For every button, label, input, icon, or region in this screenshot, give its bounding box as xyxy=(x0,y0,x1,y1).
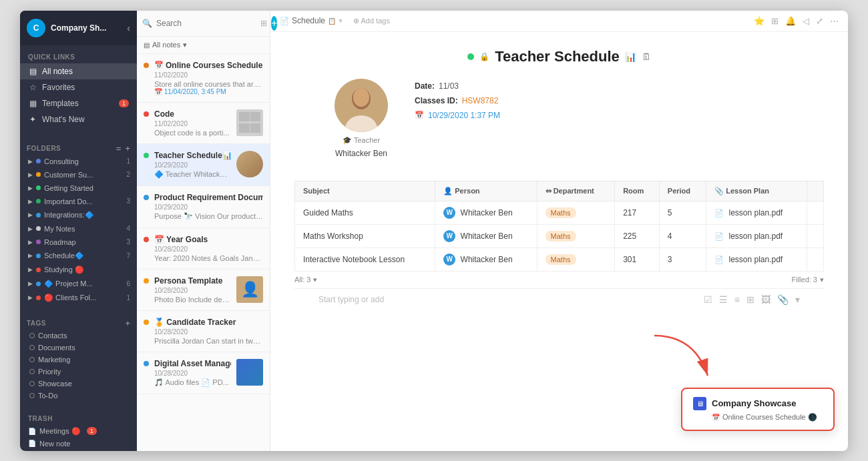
dept-badge-1: Maths xyxy=(546,231,576,242)
folder-consulting[interactable]: ▶ Consulting 1 xyxy=(20,155,137,168)
quick-links-title: Quick Links xyxy=(20,51,137,63)
cell-extra-2 xyxy=(807,248,824,271)
notes-header-dropdown[interactable]: ▾ xyxy=(183,41,187,49)
note-indicator-code xyxy=(144,111,149,117)
expand-icon[interactable]: ⤢ xyxy=(816,16,823,26)
tags-title: Tags xyxy=(27,320,46,327)
folder-customer-su[interactable]: ▶ Customer Su... 2 xyxy=(20,168,137,181)
note-title-product: Product Requirement Document xyxy=(154,193,263,202)
folder-label-schedule: Schedule🔷 xyxy=(44,252,123,260)
teacher-name: Whitacker Ben xyxy=(335,149,387,158)
editor-checkbox-icon[interactable]: ☑ xyxy=(704,294,712,305)
search-input[interactable] xyxy=(156,19,256,28)
tag-to-do[interactable]: To-Do xyxy=(20,390,137,402)
folder-dot-integrations xyxy=(36,213,41,217)
folder-count-project: 6 xyxy=(126,280,130,288)
collapse-icon[interactable]: ‹ xyxy=(127,23,130,33)
tag-circle-contacts xyxy=(29,333,35,338)
back-icon[interactable]: ◁ xyxy=(803,16,809,26)
note-item-teacher-schedule[interactable]: Teacher Schedule📊🗓 10/29/2020 🔷 Teacher … xyxy=(137,144,270,186)
note-date-online: 11/02/2020 xyxy=(154,71,263,79)
footer-filled-dropdown[interactable]: ▾ xyxy=(820,276,824,284)
trash-meetings[interactable]: 📄 Meetings 🔴 1 xyxy=(20,425,137,438)
note-item-year-goals[interactable]: 📅 Year Goals 10/28/2020 Year: 2020 Notes… xyxy=(137,228,270,270)
note-item-product-req[interactable]: Product Requirement Document 10/29/2020 … xyxy=(137,186,270,228)
workspace-header[interactable]: C Company Sh... ‹ xyxy=(20,11,137,45)
breadcrumb-sep: ▾ xyxy=(339,16,343,25)
teacher-avatar xyxy=(335,79,388,132)
tag-marketing[interactable]: Marketing xyxy=(20,354,137,366)
cell-room-1: 225 xyxy=(615,224,660,248)
note-preview-persona: Photo Bio Include des... xyxy=(154,296,231,304)
tag-label-contacts: Contacts xyxy=(38,332,67,340)
folder-dot-my-notes xyxy=(36,226,41,231)
trash-section: Trash 📄 Meetings 🔴 1 📄 New note 📄 New no… xyxy=(20,410,137,451)
popup-subtitle-text: Online Courses Schedule 🌑 xyxy=(722,413,817,422)
folder-important[interactable]: ▶ Important Do... 3 xyxy=(20,195,137,208)
note-content-teacher: Teacher Schedule📊🗓 10/29/2020 🔷 Teacher … xyxy=(154,151,231,179)
add-folder-icon[interactable]: = xyxy=(116,143,122,153)
tag-priority[interactable]: Priority xyxy=(20,366,137,378)
tag-circle-to-do xyxy=(29,393,35,398)
trash-new-note-1[interactable]: 📄 New note xyxy=(20,438,137,450)
editor-attach-icon[interactable]: 📎 xyxy=(777,294,789,305)
editor-table-icon[interactable]: ⊞ xyxy=(746,294,754,305)
footer-dropdown-icon[interactable]: ▾ xyxy=(313,276,317,284)
whats-new-label: What's New xyxy=(42,115,129,124)
folder-count-consulting: 1 xyxy=(126,157,130,165)
sidebar-item-templates[interactable]: ▦ Templates 1 xyxy=(20,95,137,111)
folder-dot-studying xyxy=(36,268,41,272)
note-content-year: 📅 Year Goals 10/28/2020 Year: 2020 Notes… xyxy=(154,235,263,262)
editor-placeholder[interactable]: Start typing or add xyxy=(318,295,697,304)
folders-title: Folders xyxy=(27,145,61,152)
folder-roadmap[interactable]: ▶ Roadmap 3 xyxy=(20,236,137,249)
breadcrumb-doc-icon: 📄 xyxy=(280,17,289,25)
notes-list-header[interactable]: ▤ All notes ▾ xyxy=(137,37,270,54)
tag-contacts[interactable]: Contacts xyxy=(20,330,137,342)
note-item-persona[interactable]: Persona Template 10/28/2020 Photo Bio In… xyxy=(137,270,270,311)
table-footer-filled: Filled: 3 ▾ xyxy=(791,276,824,284)
note-item-code[interactable]: Code 11/02/2020 Object code is a porti..… xyxy=(137,103,270,144)
thumb-cell xyxy=(239,123,250,133)
folder-studying[interactable]: ▶ Studying 🔴 xyxy=(20,263,137,277)
meta-classes-row: Classes ID: HSW8782 xyxy=(415,96,500,105)
folder-schedule[interactable]: ▶ Schedule🔷 7 xyxy=(20,249,137,263)
editor-list-icon[interactable]: ☰ xyxy=(719,294,728,305)
search-options-icon[interactable]: ⊞ xyxy=(260,19,267,28)
folder-integrations[interactable]: ▶ Integrations:🔷 xyxy=(20,208,137,222)
star-icon[interactable]: ⭐ xyxy=(754,16,765,26)
folder-arrow: ▶ xyxy=(28,280,33,287)
note-title-icon-cal: 🗓 xyxy=(642,51,651,62)
trash-title: Trash xyxy=(20,412,137,425)
note-item-candidate[interactable]: 🏅 Candidate Tracker 10/28/2020 Priscilla… xyxy=(137,311,270,352)
folder-project[interactable]: ▶ 🔷 Project M... 6 xyxy=(20,277,137,291)
folder-getting-started[interactable]: ▶ Getting Started xyxy=(20,181,137,195)
grid-icon[interactable]: ⊞ xyxy=(771,16,779,26)
folder-clients[interactable]: ▶ 🔴 Clients Fol... 1 xyxy=(20,291,137,305)
add-folder-plus[interactable]: + xyxy=(125,143,130,153)
cell-extra-0 xyxy=(807,201,824,224)
sidebar-item-favorites[interactable]: ☆ Favorites xyxy=(20,79,137,95)
schedule-table: Subject 👤 Person ⇔ Department Room Perio… xyxy=(294,181,824,272)
breadcrumb: 📄 Schedule 📋 ▾ xyxy=(280,16,343,25)
bell-icon[interactable]: 🔔 xyxy=(785,16,796,26)
note-preview-candidate: Priscilla Jordan Can start in two wee... xyxy=(154,337,263,345)
trash-new-note-2[interactable]: 📄 New note xyxy=(20,450,137,451)
more-icon[interactable]: ⋯ xyxy=(830,16,839,26)
sidebar-item-whats-new[interactable]: ✦ What's New xyxy=(20,111,137,127)
tag-showcase[interactable]: Showcase xyxy=(20,378,137,390)
note-thumbnail-teacher xyxy=(236,151,263,177)
tag-documents[interactable]: Documents xyxy=(20,342,137,354)
folder-my-notes[interactable]: ▶ My Notes 4 xyxy=(20,222,137,236)
tags-section: Tags + Contacts Documents Marketing Prio… xyxy=(20,313,137,404)
note-item-online-courses[interactable]: 📅 Online Courses Schedule 🌑 11/02/2020 S… xyxy=(137,54,270,103)
note-item-digital-asset[interactable]: Digital Asset Management 10/28/2020 🎵 Au… xyxy=(137,352,270,394)
editor-image-icon[interactable]: 🖼 xyxy=(761,294,771,305)
note-content-digital: Digital Asset Management 10/28/2020 🎵 Au… xyxy=(154,359,231,387)
add-tag-icon[interactable]: + xyxy=(125,318,130,328)
sidebar-item-all-notes[interactable]: ▤ All notes xyxy=(20,63,137,79)
editor-more-icon[interactable]: ▾ xyxy=(795,294,800,305)
editor-lines-icon[interactable]: ≡ xyxy=(734,294,740,305)
folder-arrow: ▶ xyxy=(28,185,33,191)
toolbar-add-tags[interactable]: ⊕ Add tags xyxy=(353,17,390,25)
